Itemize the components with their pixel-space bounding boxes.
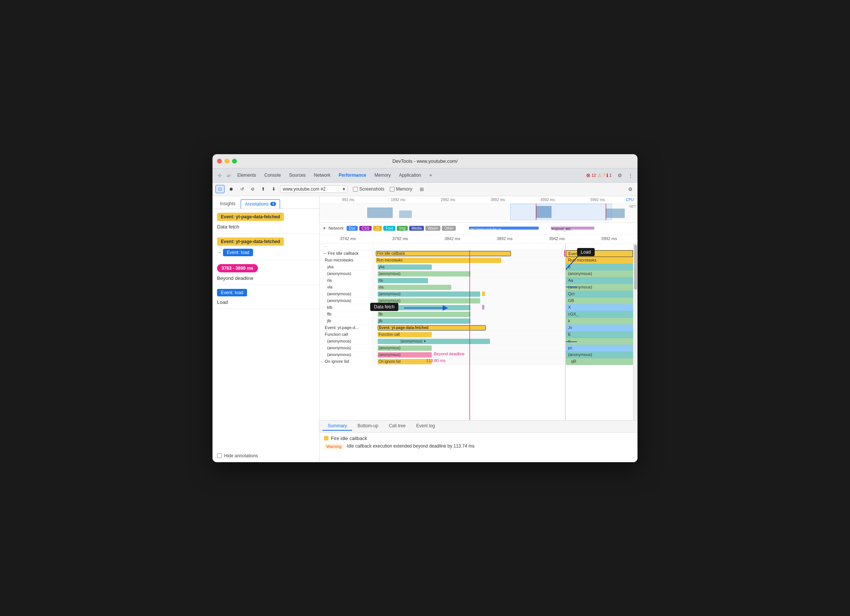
right-row-qr[interactable]: qR bbox=[566, 358, 633, 365]
flame-label-run-microtasks: Run microtasks bbox=[320, 258, 372, 262]
flame-row-function-call[interactable]: Function call Function call bbox=[320, 331, 565, 338]
minimize-button[interactable] bbox=[225, 159, 229, 164]
tab-sources[interactable]: Sources bbox=[285, 171, 309, 179]
right-row-ri[interactable]: ri bbox=[566, 338, 633, 345]
flame-bar-area-function-call: Function call bbox=[372, 331, 565, 338]
maximize-button[interactable] bbox=[232, 159, 237, 164]
screenshots-cb-box[interactable] bbox=[353, 187, 358, 192]
dots-row[interactable]: ··· bbox=[320, 243, 565, 250]
url-bar[interactable]: www.youtube.com #2 ▾ bbox=[280, 185, 348, 193]
flame-row-klb[interactable]: klb klb bbox=[320, 304, 565, 311]
timeline-chart[interactable]: NET bbox=[320, 204, 638, 220]
memory-icon[interactable]: ⊞ bbox=[417, 185, 426, 193]
tab-annotations[interactable]: Annotations 4 bbox=[241, 199, 280, 209]
flame-chart[interactable]: ··· → Fire idle callback Fire idle callb… bbox=[320, 243, 565, 420]
close-button[interactable] bbox=[217, 159, 222, 164]
tab-elements[interactable]: Elements bbox=[234, 171, 260, 179]
settings-icon[interactable]: ⚙ bbox=[616, 171, 624, 179]
flame-bar-area-rla: rla bbox=[372, 277, 565, 284]
flame-row-vla[interactable]: vla vla bbox=[320, 284, 565, 291]
right-row-anon-c[interactable]: (anonymous) bbox=[566, 284, 633, 291]
upload-button[interactable]: ⬆ bbox=[259, 185, 267, 193]
tab-bar: ⊹ ▱ Elements Console Sources Network Per… bbox=[212, 168, 638, 183]
hide-annotations[interactable]: Hide annotations bbox=[212, 449, 319, 462]
flame-bar-area-anon5: (anonymous) bbox=[372, 345, 565, 351]
more-icon[interactable]: ⋮ bbox=[626, 171, 634, 179]
right-row-b[interactable]: b bbox=[566, 264, 633, 270]
right-row-cgx[interactable]: cGX_ bbox=[566, 311, 633, 318]
flame-row-ignore[interactable]: On ignore list On ignore list 113.80 ms bbox=[320, 358, 565, 365]
right-row-e[interactable]: E bbox=[566, 331, 633, 338]
scrollbar[interactable] bbox=[633, 243, 638, 420]
chip-font: Font bbox=[383, 226, 395, 231]
tab-network[interactable]: Network bbox=[310, 171, 334, 179]
inspector-icon[interactable]: ⊹ bbox=[216, 171, 224, 179]
flame-bar-area-ignore: On ignore list 113.80 ms bbox=[372, 358, 565, 365]
screenshots-checkbox[interactable]: Screenshots bbox=[353, 186, 384, 192]
cpu-spike-1 bbox=[367, 207, 393, 218]
flame-row-anon2[interactable]: (anonymous) (anonymous) bbox=[320, 291, 565, 297]
ruler-mark-0: 992 ms bbox=[323, 198, 373, 202]
reload-button[interactable]: ↺ bbox=[238, 185, 246, 193]
right-row-qm[interactable]: Qm bbox=[566, 291, 633, 297]
scroll-thumb[interactable] bbox=[634, 245, 637, 290]
btab-summary[interactable]: Summary bbox=[323, 422, 352, 431]
flame-row-yka[interactable]: yka yka bbox=[320, 264, 565, 270]
screenshots-label: Screenshots bbox=[359, 186, 384, 192]
right-row-pc[interactable]: pc bbox=[566, 345, 633, 352]
pink-boundary bbox=[564, 250, 565, 257]
traffic-lights bbox=[217, 159, 237, 164]
title-bar: DevTools - www.youtube.com/ bbox=[212, 154, 638, 168]
btab-bottom-up[interactable]: Bottom-up bbox=[352, 422, 383, 431]
flame-bar-area-anon-dropdown: (anonymous) ▾ bbox=[372, 338, 565, 344]
right-row-x[interactable]: X bbox=[566, 304, 633, 311]
tab-console[interactable]: Console bbox=[261, 171, 285, 179]
flame-row-anon1[interactable]: (anonymous) (anonymous) bbox=[320, 270, 565, 277]
flame-row-beyond[interactable]: (anonymous) (anonymous) Beyond deadline bbox=[320, 352, 565, 358]
flame-label-jlb: jlb bbox=[320, 319, 372, 323]
right-row-anon-d[interactable]: (anonymous) bbox=[566, 352, 633, 358]
record-button[interactable]: ⏺ bbox=[227, 185, 236, 193]
right-row-run-microtasks[interactable]: Run microtasks bbox=[566, 257, 633, 264]
memory-cb-box[interactable] bbox=[390, 187, 395, 192]
flame-row-anon-dropdown[interactable]: (anonymous) (anonymous) ▾ bbox=[320, 338, 565, 345]
right-row-event-load[interactable]: Event: load bbox=[566, 250, 633, 257]
flame-bar-area-flb: flb bbox=[372, 311, 565, 317]
tab-insights[interactable]: Insights bbox=[216, 199, 239, 209]
right-row-jv[interactable]: Jv bbox=[566, 325, 633, 331]
flame-row-rla[interactable]: rla rla bbox=[320, 277, 565, 284]
flame-row-anon3[interactable]: (anonymous) (anonymous) bbox=[320, 297, 565, 304]
url-dropdown-icon[interactable]: ▾ bbox=[343, 186, 345, 192]
ann-badge-2a: Event: yt-page-data-fetched bbox=[217, 237, 284, 246]
ruler-mark-1: 1992 ms bbox=[373, 198, 423, 202]
memory-checkbox[interactable]: Memory bbox=[390, 186, 412, 192]
clear-button[interactable]: ⊘ bbox=[249, 185, 257, 193]
settings-gear-icon[interactable]: ⚙ bbox=[626, 185, 634, 193]
tab-memory[interactable]: Memory bbox=[371, 171, 394, 179]
flame-row-anon5[interactable]: (anonymous) (anonymous) bbox=[320, 345, 565, 352]
right-row-aa[interactable]: Aa bbox=[566, 277, 633, 284]
error-badge: ⊗ 12 ⚠ 7 ℹ 1 bbox=[584, 171, 614, 179]
fbar-run-microtasks: Run microtasks bbox=[376, 258, 501, 263]
sidebar-toggle-button[interactable]: ⊡ bbox=[216, 185, 225, 193]
flame-row-jlb[interactable]: jlb jlb bbox=[320, 318, 565, 325]
flame-row-run-microtasks[interactable]: Run microtasks Run microtasks bbox=[320, 257, 565, 264]
tab-more[interactable]: » bbox=[426, 171, 436, 179]
right-row-anon-b[interactable]: (anonymous) bbox=[566, 270, 633, 277]
right-row-k[interactable]: k bbox=[566, 318, 633, 325]
download-button[interactable]: ⬇ bbox=[270, 185, 278, 193]
flame-label-anon2: (anonymous) bbox=[320, 291, 372, 296]
flame-row-flb[interactable]: flb flb bbox=[320, 311, 565, 318]
btab-call-tree[interactable]: Call tree bbox=[384, 422, 411, 431]
annotation-1: Event: yt-page-data-fetched Data fetch bbox=[212, 209, 319, 234]
tab-performance[interactable]: Performance bbox=[335, 171, 370, 179]
flame-row-yt-event[interactable]: Event: yt-page-d... Event: yt-page-data-… bbox=[320, 325, 565, 331]
hide-ann-checkbox[interactable] bbox=[217, 453, 222, 458]
flame-row-fire-idle[interactable]: → Fire idle callback Fire idle callback bbox=[320, 250, 565, 257]
right-row-gb[interactable]: GB bbox=[566, 297, 633, 304]
device-icon[interactable]: ▱ bbox=[225, 171, 233, 179]
ruler-mark-5: 5992 ms bbox=[573, 198, 622, 202]
btab-event-log[interactable]: Event log bbox=[411, 422, 440, 431]
selected-region[interactable] bbox=[510, 204, 612, 220]
tab-application[interactable]: Application bbox=[395, 171, 425, 179]
